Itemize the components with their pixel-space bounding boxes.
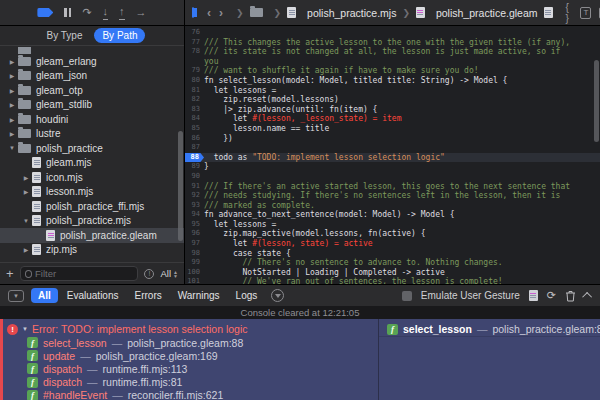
tree-item-icon-mjs[interactable]: ▶icon.mjs bbox=[0, 170, 184, 185]
tree-item-zip-mjs[interactable]: ▶zip.mjs bbox=[0, 243, 184, 258]
tree-item-gleam-json[interactable]: ▶gleam_json bbox=[0, 69, 184, 84]
back-button[interactable]: ‹ bbox=[206, 6, 212, 20]
line-number-gutter[interactable]: 86 bbox=[185, 134, 204, 144]
step-icon[interactable]: → bbox=[136, 7, 147, 18]
disclosure-triangle-icon[interactable]: ▼ bbox=[6, 145, 18, 151]
step-out-icon[interactable]: ↑ bbox=[119, 6, 125, 20]
trash-icon[interactable] bbox=[565, 290, 576, 302]
stack-frame-row[interactable]: fdispatch—runtime.ffi.mjs:81 bbox=[0, 376, 378, 389]
folder-icon[interactable] bbox=[250, 8, 263, 17]
breadcrumb-item[interactable]: polish_practice.mjs bbox=[307, 7, 396, 19]
line-number-gutter[interactable]: 88 bbox=[185, 153, 204, 163]
disclosure-triangle-icon[interactable]: ▶ bbox=[20, 246, 32, 253]
error-row[interactable]: ! ▼ Error: TODO: implement lesson select… bbox=[0, 322, 378, 336]
stack-frame-row[interactable]: fselect_lesson—polish_practice.gleam:88 bbox=[0, 336, 378, 349]
stack-frame-row[interactable]: f#handleEvent—reconciler.ffi.mjs:621 bbox=[0, 389, 378, 400]
tree-item-gleam-erlang[interactable]: ▶gleam_erlang bbox=[0, 54, 184, 69]
line-number-gutter[interactable]: 76 bbox=[185, 28, 204, 38]
line-number-gutter[interactable]: 84 bbox=[185, 114, 204, 124]
tree-item-polish-practice-gleam[interactable]: polish_practice.gleam bbox=[0, 228, 184, 243]
tree-item-polish-practice[interactable]: ▼polish_practice bbox=[0, 141, 184, 156]
console-filter-logs[interactable]: Logs bbox=[229, 288, 265, 303]
breadcrumb-item-current[interactable]: polish_practice.gleam bbox=[436, 7, 538, 19]
tree-item-gleam-stdlib[interactable]: ▶gleam_stdlib bbox=[0, 98, 184, 113]
type-info-icon[interactable]: T bbox=[580, 7, 591, 19]
disclosure-triangle-icon[interactable]: ▶ bbox=[20, 174, 32, 181]
console-filter-errors[interactable]: Errors bbox=[127, 288, 168, 303]
stack-frame-row[interactable]: fdispatch—runtime.ffi.mjs:113 bbox=[0, 362, 378, 375]
editor-toolbar-icons: { } T C bbox=[544, 2, 600, 24]
emulate-user-gesture-checkbox[interactable] bbox=[402, 291, 412, 301]
tree-item-polish-practice-mjs[interactable]: ▼polish_practice.mjs bbox=[0, 214, 184, 229]
braces-icon[interactable]: { } bbox=[566, 2, 573, 24]
disclosure-triangle-icon[interactable]: ▶ bbox=[20, 188, 32, 195]
filter-field[interactable] bbox=[20, 266, 139, 281]
disclosure-triangle-icon[interactable]: ▶ bbox=[6, 116, 18, 123]
line-number-gutter[interactable]: 80 bbox=[185, 76, 204, 86]
message-filter-icon[interactable] bbox=[271, 289, 284, 302]
filter-input[interactable] bbox=[35, 268, 133, 279]
line-number-gutter[interactable]: 83 bbox=[185, 105, 204, 115]
source-file-icon[interactable] bbox=[529, 290, 538, 301]
editor-scrollbar[interactable] bbox=[594, 60, 599, 142]
resource-scope-select[interactable]: All ▲▼ bbox=[160, 268, 178, 279]
line-number-gutter[interactable]: 77 bbox=[185, 38, 204, 48]
tab-by-path[interactable]: By Path bbox=[94, 28, 145, 43]
disclosure-triangle-icon[interactable]: ▼ bbox=[22, 326, 28, 332]
console-drawer-toggle-icon[interactable]: ▼ bbox=[8, 290, 24, 302]
disclosure-triangle-icon[interactable]: ▶ bbox=[6, 72, 18, 79]
pause-resume-icon[interactable] bbox=[64, 8, 71, 17]
tab-by-type[interactable]: By Type bbox=[39, 28, 91, 43]
tree-item-partial[interactable] bbox=[0, 47, 184, 54]
line-number-gutter[interactable]: 99 bbox=[185, 258, 204, 268]
refresh-icon[interactable]: ⟳ bbox=[547, 290, 556, 301]
line-number-gutter[interactable]: 92 bbox=[185, 191, 204, 201]
breakpoints-toggle-icon[interactable] bbox=[37, 8, 53, 17]
forward-button[interactable]: › bbox=[218, 6, 224, 20]
line-number-gutter[interactable]: 101 bbox=[185, 277, 204, 284]
tree-item-gleam-mjs[interactable]: gleam.mjs bbox=[0, 156, 184, 171]
chevron-up-icon[interactable] bbox=[582, 292, 592, 302]
line-number-gutter[interactable]: 94 bbox=[185, 210, 204, 220]
line-number-gutter[interactable]: 98 bbox=[185, 249, 204, 259]
tree-item-lesson-mjs[interactable]: ▶lesson.mjs bbox=[0, 185, 184, 200]
console-filter-all[interactable]: All bbox=[31, 288, 58, 303]
add-breakpoint-button[interactable]: + bbox=[6, 267, 14, 280]
console-filter-evaluations[interactable]: Evaluations bbox=[60, 288, 126, 303]
line-number-gutter[interactable]: 100 bbox=[185, 268, 204, 278]
tree-item-houdini[interactable]: ▶houdini bbox=[0, 112, 184, 127]
line-number-gutter[interactable]: 79 bbox=[185, 66, 204, 76]
line-number-gutter[interactable]: 87 bbox=[185, 143, 204, 153]
disclosure-triangle-icon[interactable]: ▶ bbox=[6, 130, 18, 137]
line-number-gutter[interactable]: 90 bbox=[185, 172, 204, 182]
line-number-gutter[interactable]: 85 bbox=[185, 124, 204, 134]
line-number-gutter[interactable]: 81 bbox=[185, 86, 204, 96]
console-filter-warnings[interactable]: Warnings bbox=[171, 288, 227, 303]
disclosure-triangle-icon[interactable]: ▶ bbox=[6, 87, 18, 94]
sidebar-toggle-icon[interactable] bbox=[192, 7, 194, 18]
line-number-gutter[interactable] bbox=[185, 57, 204, 67]
code-line-95: 95 let lessons = bbox=[185, 220, 600, 230]
line-number-gutter[interactable]: 95 bbox=[185, 220, 204, 230]
step-over-icon[interactable]: ↷ bbox=[82, 7, 91, 18]
disclosure-triangle-icon[interactable]: ▶ bbox=[6, 101, 18, 108]
pretty-print-icon[interactable] bbox=[544, 7, 553, 18]
issues-filter-icon[interactable]: ! bbox=[144, 269, 154, 279]
line-number-gutter[interactable]: 93 bbox=[185, 201, 204, 211]
tree-item-polish-practice-ffi-mjs[interactable]: polish_practice_ffi.mjs bbox=[0, 199, 184, 214]
sidebar-scrollbar[interactable] bbox=[178, 131, 183, 241]
stack-frame-row[interactable]: fupdate—polish_practice.gleam:169 bbox=[0, 349, 378, 362]
step-into-icon[interactable]: ↓ bbox=[103, 6, 109, 20]
stack-frame-row[interactable]: f select_lesson — polish_practice.gleam:… bbox=[379, 322, 600, 337]
tree-item-gleam-otp[interactable]: ▶gleam_otp bbox=[0, 83, 184, 98]
line-number-gutter[interactable]: 96 bbox=[185, 229, 204, 239]
line-number-gutter[interactable]: 91 bbox=[185, 182, 204, 192]
tree-item-lustre[interactable]: ▶lustre bbox=[0, 127, 184, 142]
line-number-gutter[interactable]: 82 bbox=[185, 95, 204, 105]
breadcrumb-bar: ‹ › ❯ ❯ polish_practice.mjs ❯ polish_pra… bbox=[185, 0, 600, 25]
disclosure-triangle-icon[interactable]: ▶ bbox=[6, 58, 18, 65]
line-number-gutter[interactable]: 89 bbox=[185, 162, 204, 172]
disclosure-triangle-icon[interactable]: ▼ bbox=[20, 218, 32, 224]
line-number-gutter[interactable]: 78 bbox=[185, 47, 204, 57]
line-number-gutter[interactable]: 97 bbox=[185, 239, 204, 249]
